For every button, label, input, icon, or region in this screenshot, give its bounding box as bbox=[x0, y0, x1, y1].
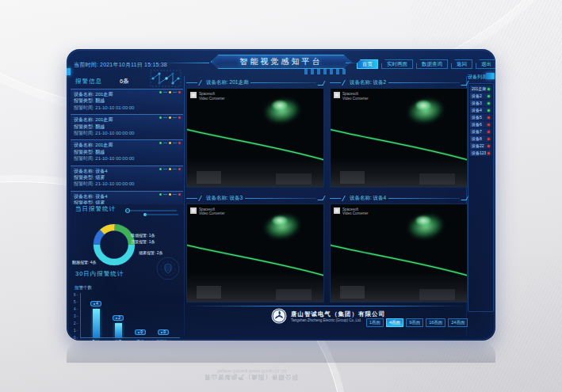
device-status-dot bbox=[487, 102, 490, 105]
screen-split-button[interactable]: 24画面 bbox=[448, 318, 468, 327]
video-laser-curve bbox=[331, 89, 467, 187]
video-cell: 设备名称: 设备3 Spacesoft Video Converter bbox=[186, 193, 324, 303]
bar-chart-ylabel: 报警个数 bbox=[75, 285, 92, 291]
page-title-frame: 智能视觉感知平台 bbox=[211, 55, 352, 69]
donut-chart bbox=[91, 222, 137, 268]
alarm-signal-indicator bbox=[159, 193, 181, 196]
watermark-line2: Video Converter bbox=[199, 97, 224, 101]
alarm-sidebar: 报警信息 6条 设备名称: 201走廊 报警类型: 翻越 报警时间: 21-10… bbox=[71, 76, 183, 337]
device-list-item[interactable]: 设备123 bbox=[470, 150, 491, 156]
donut-callout-label: 违禁报警: 1条 bbox=[131, 239, 155, 244]
alarm-signal-indicator bbox=[159, 142, 181, 144]
bar-chart-y-tick: 6 - bbox=[74, 293, 78, 297]
video-device-label: 设备名称: 设备3 bbox=[206, 195, 243, 202]
nav-button[interactable]: 首页 bbox=[357, 59, 378, 69]
company-logo-icon bbox=[271, 308, 287, 324]
bar-value-label: 4 bbox=[90, 301, 101, 306]
device-status-dot bbox=[487, 152, 490, 154]
bar-chart-y-tick: 2 - bbox=[74, 322, 78, 325]
device-list-panel: 设备列表 201走廊 设备2 设备3 设备4 设备5 设备6 设备7 设备8 设… bbox=[468, 73, 494, 312]
bar-chart-x-axis bbox=[80, 337, 180, 338]
video-feed[interactable]: Spacesoft Video Converter bbox=[330, 204, 468, 303]
screen-split-button[interactable]: 9画面 bbox=[406, 318, 423, 327]
video-header: 设备名称: 设备3 bbox=[186, 193, 324, 204]
video-grid: 设备名称: 201走廊 Spacesoft Video Converter bbox=[186, 78, 468, 303]
device-list-item[interactable]: 设备22 bbox=[470, 143, 491, 149]
bar-chart-y-tick: 0 - bbox=[74, 336, 78, 340]
nav-buttons: 首页实时画面数据查询返回退出 bbox=[357, 59, 495, 69]
video-laser-curve bbox=[331, 204, 467, 303]
watermark-line2: Video Converter bbox=[199, 211, 224, 216]
alarm-type: 报警类型: 翻越 bbox=[74, 97, 180, 104]
watermark-line2: Video Converter bbox=[342, 97, 368, 101]
bar-value-label: 2 bbox=[113, 315, 124, 321]
screen-split-buttons: 1画面4画面9画面16画面24画面 bbox=[366, 318, 468, 327]
video-feed[interactable]: Spacesoft Video Converter bbox=[186, 88, 324, 188]
device-name: 设备2 bbox=[472, 93, 482, 98]
video-feed[interactable]: Spacesoft Video Converter bbox=[186, 204, 324, 303]
device-name: 设备8 bbox=[472, 136, 482, 141]
video-header: 设备名称: 设备4 bbox=[330, 193, 468, 204]
alarm-signal-indicator bbox=[159, 168, 181, 170]
nav-button[interactable]: 实时画面 bbox=[381, 59, 413, 69]
alarm-signal-indicator bbox=[159, 91, 181, 93]
alarm-list-item[interactable]: 设备名称: 设备4 报警类型: 烟雾 报警时间: 21-10-10 00:00:… bbox=[71, 166, 183, 189]
nav-button[interactable]: 数据查询 bbox=[416, 59, 448, 69]
device-status-dot bbox=[487, 95, 490, 97]
device-list-item[interactable]: 设备5 bbox=[470, 114, 491, 120]
dashboard-panel: 当前时间: 2021年10月11日 15:15:38 智能视觉感知平台 首页实时… bbox=[67, 49, 495, 341]
reflection-text: 唐山智诚电气（集团）有限公司 Tangshan Zhicheng Electri… bbox=[205, 369, 299, 381]
device-name: 设备4 bbox=[472, 108, 482, 112]
alarm-list-item[interactable]: 设备名称: 201走廊 报警类型: 翻越 报警时间: 21-10-10 01:0… bbox=[71, 89, 183, 112]
alarm-list-item[interactable]: 设备名称: 201走廊 报警类型: 翻越 报警时间: 21-10-10 00:0… bbox=[71, 114, 183, 138]
watermark-icon bbox=[190, 92, 197, 98]
watermark-icon bbox=[190, 207, 197, 214]
video-laser-curve bbox=[187, 204, 323, 303]
alarm-type: 报警类型: 翻越 bbox=[74, 149, 180, 155]
nav-button[interactable]: 退出 bbox=[476, 59, 495, 69]
watermark-icon bbox=[334, 92, 340, 98]
watermark-icon bbox=[334, 207, 340, 214]
corner-accent bbox=[67, 68, 71, 75]
video-cell: 设备名称: 201走廊 Spacesoft Video Converter bbox=[186, 78, 324, 188]
video-feed[interactable]: Spacesoft Video Converter bbox=[330, 88, 468, 188]
header-deco-line bbox=[346, 63, 357, 63]
topology-icon bbox=[150, 70, 182, 87]
alarm-type: 报警类型: 烟雾 bbox=[74, 200, 180, 204]
alarm-type: 报警类型: 烟雾 bbox=[74, 174, 180, 181]
system-time: 当前时间: 2021年10月11日 15:15:38 bbox=[74, 61, 167, 69]
alarm-list-item[interactable]: 设备名称: 设备4 报警类型: 烟雾 报警时间: 21-10-10 00:00:… bbox=[71, 191, 183, 204]
donut-callout-label: 吸烟报警: 1条 bbox=[131, 233, 155, 238]
screen-split-button[interactable]: 16画面 bbox=[426, 318, 445, 327]
device-list-item[interactable]: 设备7 bbox=[470, 128, 491, 135]
device-list-item[interactable]: 设备2 bbox=[470, 93, 491, 99]
nav-button[interactable]: 返回 bbox=[451, 59, 472, 69]
bar-category-label: 违禁识别 bbox=[150, 340, 177, 341]
alarm-time: 报警时间: 21-10-10 00:00:00 bbox=[74, 155, 180, 162]
device-name: 设备6 bbox=[472, 122, 482, 127]
device-list-item[interactable]: 设备8 bbox=[470, 135, 491, 142]
monthly-alarm-bar-chart: 报警个数 0 -1 -2 -3 -4 -5 -6 -4翻越2烟雾0吸烟0违禁识别 bbox=[71, 277, 183, 341]
daily-alarm-donut-chart: 烟雾报警: 2条翻越报警: 4条违禁报警: 1条吸烟报警: 1条 bbox=[71, 212, 183, 274]
alarm-time: 报警时间: 21-10-10 00:00:00 bbox=[74, 181, 180, 187]
device-list-item[interactable]: 设备4 bbox=[470, 107, 491, 113]
screen-split-button[interactable]: 4画面 bbox=[386, 318, 403, 327]
video-cell: 设备名称: 设备2 Spacesoft Video Converter bbox=[330, 78, 468, 188]
device-status-dot bbox=[487, 124, 490, 126]
device-status-dot bbox=[487, 131, 490, 133]
alarm-list-item[interactable]: 设备名称: 201走廊 报警类型: 翻越 报警时间: 21-10-10 00:0… bbox=[71, 139, 183, 163]
device-status-dot bbox=[487, 88, 490, 90]
company-name-cn: 唐山智诚电气（集团）有限公司 bbox=[291, 310, 385, 318]
header-deco-line bbox=[160, 63, 209, 63]
device-list-more-button[interactable] bbox=[486, 73, 495, 79]
device-list-item[interactable]: 201走廊 bbox=[470, 86, 491, 92]
donut-callout-label: 翻越报警: 4条 bbox=[72, 260, 97, 265]
page-title: 智能视觉感知平台 bbox=[240, 56, 323, 67]
bar-chart-y-tick: 1 - bbox=[74, 329, 78, 333]
screen-split-button[interactable]: 1画面 bbox=[366, 318, 384, 327]
device-list-item[interactable]: 设备3 bbox=[470, 100, 491, 106]
device-list-item[interactable]: 设备6 bbox=[470, 121, 491, 127]
video-device-label: 设备名称: 设备4 bbox=[350, 195, 386, 202]
panel-reflection: 唐山智诚电气（集团）有限公司 Tangshan Zhicheng Electri… bbox=[67, 342, 495, 390]
alarm-time: 报警时间: 21-10-10 01:00:00 bbox=[74, 105, 180, 111]
